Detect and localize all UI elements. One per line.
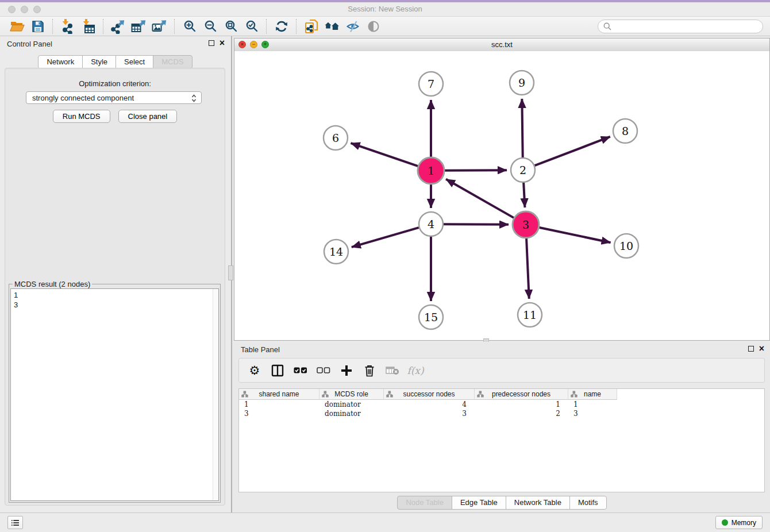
- delete-column-button[interactable]: [362, 363, 377, 378]
- tab-mcds[interactable]: MCDS: [153, 55, 192, 69]
- export-table-button[interactable]: [129, 18, 149, 35]
- delete-table-button[interactable]: [385, 363, 400, 378]
- result-scrollbar[interactable]: [213, 289, 218, 500]
- node-1[interactable]: 1: [418, 157, 444, 184]
- column-header-shared-name[interactable]: shared name: [239, 389, 319, 400]
- save-session-button[interactable]: [28, 18, 48, 35]
- open-session-button[interactable]: [7, 18, 28, 35]
- import-network-button[interactable]: [57, 18, 78, 35]
- table-panel-header: Table Panel ×: [234, 342, 770, 357]
- toolbar-separator: [52, 19, 53, 34]
- minimize-network-button[interactable]: −: [250, 41, 257, 48]
- table-tabs: Node Table Edge Table Network Table Moti…: [234, 496, 770, 510]
- maximize-window-button[interactable]: [33, 6, 41, 13]
- column-header-name[interactable]: name: [568, 389, 617, 400]
- tab-style[interactable]: Style: [82, 55, 116, 69]
- gene-search-button[interactable]: [322, 18, 342, 35]
- network-title: scc.txt: [234, 38, 769, 51]
- edge-3-11[interactable]: [526, 238, 529, 299]
- node-14[interactable]: 14: [324, 240, 348, 264]
- run-mcds-button[interactable]: Run MCDS: [53, 110, 110, 123]
- export-table-icon: [131, 19, 147, 34]
- node-2[interactable]: 2: [511, 158, 535, 182]
- edge-4-3[interactable]: [444, 224, 509, 225]
- function-builder-button[interactable]: f(x): [408, 363, 423, 378]
- import-table-icon: [81, 19, 96, 34]
- tab-motifs[interactable]: Motifs: [569, 496, 607, 510]
- float-panel-icon[interactable]: [209, 40, 214, 46]
- table-row[interactable]: 3dominator323: [239, 409, 764, 418]
- show-hidden-button[interactable]: [363, 18, 384, 35]
- export-image-button[interactable]: [149, 18, 170, 35]
- add-column-button[interactable]: [339, 363, 354, 378]
- zoom-in-button[interactable]: [179, 18, 200, 35]
- node-11[interactable]: 11: [518, 303, 542, 327]
- edge-2-8[interactable]: [535, 137, 610, 165]
- table-cell: 1: [475, 400, 568, 409]
- zoom-out-button[interactable]: [200, 18, 221, 35]
- select-all-button[interactable]: [293, 363, 308, 378]
- edge-1-2[interactable]: [445, 170, 507, 171]
- optimization-criterion-dropdown[interactable]: strongly connected component: [26, 91, 202, 104]
- node-6[interactable]: 6: [324, 126, 348, 150]
- search-box[interactable]: [598, 20, 763, 33]
- task-history-button[interactable]: [7, 516, 23, 529]
- node-label-9: 9: [518, 76, 525, 89]
- close-panel-button[interactable]: Close panel: [118, 110, 178, 123]
- close-network-button[interactable]: ×: [238, 41, 246, 48]
- network-canvas[interactable]: 7968124314101511: [234, 51, 769, 340]
- toolbar-separator: [266, 19, 267, 34]
- apply-layout-button[interactable]: [271, 18, 292, 35]
- tab-network-table[interactable]: Network Table: [506, 496, 570, 510]
- close-window-button[interactable]: [8, 6, 16, 13]
- close-table-panel-icon[interactable]: ×: [759, 345, 764, 352]
- node-7[interactable]: 7: [419, 72, 443, 96]
- node-table[interactable]: shared nameMCDS rolesuccessor nodesprede…: [238, 388, 765, 492]
- zoom-fit-button[interactable]: [221, 18, 241, 35]
- node-8[interactable]: 8: [613, 119, 637, 143]
- show-columns-button[interactable]: [270, 363, 285, 378]
- zoom-in-icon: [183, 20, 197, 33]
- import-table-button[interactable]: [78, 18, 99, 35]
- table-panel-title: Table Panel: [241, 345, 280, 354]
- mcds-result-text[interactable]: 1 3: [10, 288, 219, 501]
- columns-icon: [271, 364, 284, 377]
- node-15[interactable]: 15: [419, 305, 443, 329]
- memory-button[interactable]: Memory: [715, 516, 763, 529]
- export-network-button[interactable]: [108, 18, 129, 35]
- edge-4-14[interactable]: [352, 228, 419, 247]
- search-input[interactable]: [615, 22, 757, 31]
- tab-node-table[interactable]: Node Table: [397, 496, 452, 510]
- tab-network[interactable]: Network: [38, 55, 83, 69]
- edge-3-1[interactable]: [446, 179, 514, 218]
- minimize-window-button[interactable]: [21, 6, 28, 13]
- table-options-button[interactable]: ⚙: [247, 363, 262, 378]
- node-9[interactable]: 9: [510, 71, 534, 95]
- gear-icon: ⚙: [249, 364, 260, 377]
- network-graph[interactable]: 7968124314101511: [234, 51, 769, 340]
- maximize-network-button[interactable]: +: [261, 41, 269, 48]
- node-3[interactable]: 3: [513, 211, 539, 238]
- memory-label: Memory: [732, 519, 756, 527]
- table-row[interactable]: 1dominator411: [239, 400, 764, 409]
- edge-1-6[interactable]: [351, 143, 418, 166]
- tab-edge-table[interactable]: Edge Table: [452, 496, 506, 510]
- tab-select[interactable]: Select: [116, 55, 153, 69]
- edge-2-9[interactable]: [522, 99, 522, 157]
- table-cell: 1: [239, 400, 319, 409]
- unselect-all-button[interactable]: [316, 363, 331, 378]
- column-header-successor-nodes[interactable]: successor nodes: [384, 389, 475, 400]
- clone-network-button[interactable]: [301, 18, 322, 35]
- export-network-icon: [110, 19, 126, 34]
- node-10[interactable]: 10: [614, 234, 638, 258]
- vertical-splitter-handle[interactable]: [228, 265, 233, 280]
- column-header-MCDS-role[interactable]: MCDS role: [319, 389, 384, 400]
- edge-3-10[interactable]: [539, 228, 610, 242]
- zoom-selected-button[interactable]: [241, 18, 262, 35]
- node-4[interactable]: 4: [419, 212, 443, 236]
- column-header-predecessor-nodes[interactable]: predecessor nodes: [475, 389, 568, 400]
- close-panel-icon[interactable]: ×: [220, 40, 225, 47]
- float-table-panel-icon[interactable]: [748, 346, 754, 352]
- edge-2-3[interactable]: [523, 183, 525, 207]
- hide-visuals-button[interactable]: [342, 18, 363, 35]
